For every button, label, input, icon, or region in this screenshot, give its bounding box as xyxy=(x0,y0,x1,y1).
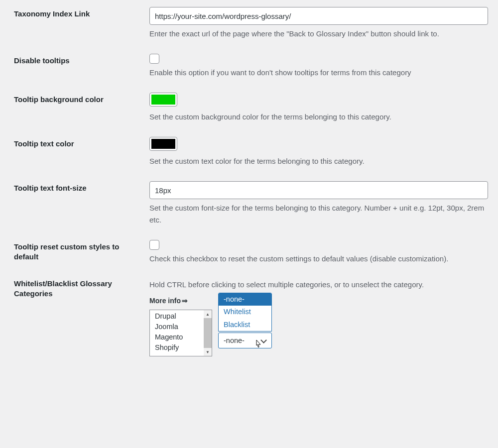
mode-option-whitelist[interactable]: Whitelist xyxy=(219,306,271,318)
label-tooltip-text: Tooltip text color xyxy=(14,137,149,149)
label-whitelist: Whitelist/Blacklist Glossary Categories xyxy=(14,279,149,299)
more-info-link[interactable]: More info⇒ xyxy=(149,297,488,305)
label-tooltip-font: Tooltip text font-size xyxy=(14,181,149,193)
list-item[interactable]: Drupal xyxy=(155,311,204,322)
categories-multiselect[interactable]: Drupal Joomla Magento Shopify ▲ ▼ xyxy=(149,310,212,356)
tooltip-reset-desc: Check this checkbox to reset the custom … xyxy=(149,253,488,265)
disable-tooltips-desc: Enable this option if you want to don't … xyxy=(149,67,488,79)
tooltip-reset-checkbox[interactable] xyxy=(149,240,159,250)
multiselect-scrollbar[interactable]: ▲ ▼ xyxy=(204,310,212,356)
row-tooltip-text-color: Tooltip text color Set the custom text c… xyxy=(0,130,498,174)
row-tooltip-bg-color: Tooltip background color Set the custom … xyxy=(0,86,498,130)
mode-dropdown[interactable]: -none- xyxy=(218,333,272,348)
row-whitelist-blacklist: Whitelist/Blacklist Glossary Categories … xyxy=(0,272,498,376)
tooltip-font-size-input[interactable] xyxy=(149,181,488,199)
label-taxonomy-index: Taxonomy Index Link xyxy=(14,7,149,19)
disable-tooltips-checkbox[interactable] xyxy=(149,54,159,64)
label-tooltip-bg: Tooltip background color xyxy=(14,93,149,105)
row-taxonomy-index-link: Taxonomy Index Link Enter the exact url … xyxy=(0,0,498,47)
scroll-down-icon[interactable]: ▼ xyxy=(204,348,212,356)
tooltip-font-desc: Set the custom font-size for the terms b… xyxy=(149,202,488,226)
whitelist-desc: Hold CTRL before clicking to select mult… xyxy=(149,279,488,291)
arrow-right-icon: ⇒ xyxy=(182,297,188,305)
list-item[interactable]: Magento xyxy=(155,332,204,342)
scroll-up-icon[interactable]: ▲ xyxy=(204,310,212,318)
tooltip-bg-color-swatch xyxy=(151,95,175,105)
mode-option-none[interactable]: -none- xyxy=(219,293,271,306)
tooltip-text-color-swatch xyxy=(151,139,175,149)
row-tooltip-reset: Tooltip reset custom styles to default C… xyxy=(0,233,498,272)
row-tooltip-font-size: Tooltip text font-size Set the custom fo… xyxy=(0,174,498,233)
tooltip-bg-color-picker[interactable] xyxy=(149,93,177,107)
chevron-down-icon xyxy=(260,337,267,344)
scroll-thumb[interactable] xyxy=(204,318,212,348)
row-disable-tooltips: Disable tooltips Enable this option if y… xyxy=(0,47,498,86)
label-disable-tooltips: Disable tooltips xyxy=(14,54,149,66)
tooltip-text-color-picker[interactable] xyxy=(149,137,177,151)
list-item[interactable]: Joomla xyxy=(155,322,204,332)
tooltip-text-desc: Set the custom text color for the terms … xyxy=(149,155,488,167)
taxonomy-index-link-desc: Enter the exact url of the page where th… xyxy=(149,28,488,40)
label-tooltip-reset: Tooltip reset custom styles to default xyxy=(14,240,149,262)
mode-dropdown-list[interactable]: -none- Whitelist Blacklist xyxy=(218,293,272,332)
taxonomy-index-link-input[interactable] xyxy=(149,7,488,25)
mode-option-blacklist[interactable]: Blacklist xyxy=(219,319,271,331)
tooltip-bg-desc: Set the custom background color for the … xyxy=(149,111,488,123)
list-item[interactable]: Shopify xyxy=(155,342,204,353)
